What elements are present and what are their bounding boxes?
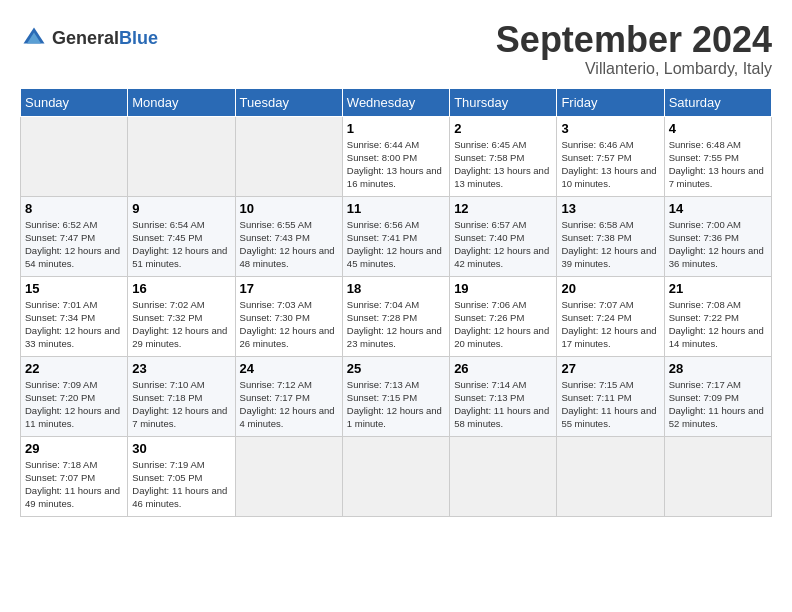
day-number: 27 xyxy=(561,361,659,376)
calendar-day-12: 12Sunrise: 6:57 AMSunset: 7:40 PMDayligh… xyxy=(450,196,557,276)
weekday-header-thursday: Thursday xyxy=(450,88,557,116)
calendar-day-19: 19Sunrise: 7:06 AMSunset: 7:26 PMDayligh… xyxy=(450,276,557,356)
day-number: 26 xyxy=(454,361,552,376)
title-section: September 2024 Villanterio, Lombardy, It… xyxy=(496,20,772,78)
day-number: 10 xyxy=(240,201,338,216)
day-info: Sunrise: 7:04 AMSunset: 7:28 PMDaylight:… xyxy=(347,298,445,351)
calendar-day-14: 14Sunrise: 7:00 AMSunset: 7:36 PMDayligh… xyxy=(664,196,771,276)
day-number: 16 xyxy=(132,281,230,296)
day-number: 17 xyxy=(240,281,338,296)
calendar-day-16: 16Sunrise: 7:02 AMSunset: 7:32 PMDayligh… xyxy=(128,276,235,356)
empty-cell xyxy=(557,436,664,516)
day-info: Sunrise: 7:01 AMSunset: 7:34 PMDaylight:… xyxy=(25,298,123,351)
calendar-day-24: 24Sunrise: 7:12 AMSunset: 7:17 PMDayligh… xyxy=(235,356,342,436)
calendar-week-4: 22Sunrise: 7:09 AMSunset: 7:20 PMDayligh… xyxy=(21,356,772,436)
calendar-day-11: 11Sunrise: 6:56 AMSunset: 7:41 PMDayligh… xyxy=(342,196,449,276)
calendar-day-3: 3Sunrise: 6:46 AMSunset: 7:57 PMDaylight… xyxy=(557,116,664,196)
calendar-day-29: 29Sunrise: 7:18 AMSunset: 7:07 PMDayligh… xyxy=(21,436,128,516)
calendar-day-26: 26Sunrise: 7:14 AMSunset: 7:13 PMDayligh… xyxy=(450,356,557,436)
calendar-day-15: 15Sunrise: 7:01 AMSunset: 7:34 PMDayligh… xyxy=(21,276,128,356)
day-number: 30 xyxy=(132,441,230,456)
day-number: 23 xyxy=(132,361,230,376)
day-info: Sunrise: 7:07 AMSunset: 7:24 PMDaylight:… xyxy=(561,298,659,351)
day-info: Sunrise: 7:06 AMSunset: 7:26 PMDaylight:… xyxy=(454,298,552,351)
weekday-header-saturday: Saturday xyxy=(664,88,771,116)
calendar-week-2: 8Sunrise: 6:52 AMSunset: 7:47 PMDaylight… xyxy=(21,196,772,276)
day-number: 28 xyxy=(669,361,767,376)
day-number: 12 xyxy=(454,201,552,216)
day-info: Sunrise: 7:13 AMSunset: 7:15 PMDaylight:… xyxy=(347,378,445,431)
day-info: Sunrise: 7:14 AMSunset: 7:13 PMDaylight:… xyxy=(454,378,552,431)
empty-cell xyxy=(235,116,342,196)
calendar-table: SundayMondayTuesdayWednesdayThursdayFrid… xyxy=(20,88,772,517)
day-number: 21 xyxy=(669,281,767,296)
day-number: 14 xyxy=(669,201,767,216)
day-number: 2 xyxy=(454,121,552,136)
calendar-day-23: 23Sunrise: 7:10 AMSunset: 7:18 PMDayligh… xyxy=(128,356,235,436)
day-info: Sunrise: 6:52 AMSunset: 7:47 PMDaylight:… xyxy=(25,218,123,271)
calendar-day-8: 8Sunrise: 6:52 AMSunset: 7:47 PMDaylight… xyxy=(21,196,128,276)
calendar-day-2: 2Sunrise: 6:45 AMSunset: 7:58 PMDaylight… xyxy=(450,116,557,196)
calendar-day-22: 22Sunrise: 7:09 AMSunset: 7:20 PMDayligh… xyxy=(21,356,128,436)
day-info: Sunrise: 7:03 AMSunset: 7:30 PMDaylight:… xyxy=(240,298,338,351)
empty-cell xyxy=(21,116,128,196)
weekday-header-row: SundayMondayTuesdayWednesdayThursdayFrid… xyxy=(21,88,772,116)
empty-cell xyxy=(342,436,449,516)
day-info: Sunrise: 7:09 AMSunset: 7:20 PMDaylight:… xyxy=(25,378,123,431)
day-info: Sunrise: 6:45 AMSunset: 7:58 PMDaylight:… xyxy=(454,138,552,191)
logo-name-line1: GeneralBlue xyxy=(52,28,158,49)
day-info: Sunrise: 6:55 AMSunset: 7:43 PMDaylight:… xyxy=(240,218,338,271)
page-header: GeneralBlue September 2024 Villanterio, … xyxy=(20,20,772,78)
calendar-week-5: 29Sunrise: 7:18 AMSunset: 7:07 PMDayligh… xyxy=(21,436,772,516)
empty-cell xyxy=(128,116,235,196)
calendar-day-28: 28Sunrise: 7:17 AMSunset: 7:09 PMDayligh… xyxy=(664,356,771,436)
day-number: 9 xyxy=(132,201,230,216)
day-info: Sunrise: 7:15 AMSunset: 7:11 PMDaylight:… xyxy=(561,378,659,431)
day-info: Sunrise: 7:18 AMSunset: 7:07 PMDaylight:… xyxy=(25,458,123,511)
calendar-week-3: 15Sunrise: 7:01 AMSunset: 7:34 PMDayligh… xyxy=(21,276,772,356)
day-info: Sunrise: 6:57 AMSunset: 7:40 PMDaylight:… xyxy=(454,218,552,271)
calendar-day-27: 27Sunrise: 7:15 AMSunset: 7:11 PMDayligh… xyxy=(557,356,664,436)
calendar-day-18: 18Sunrise: 7:04 AMSunset: 7:28 PMDayligh… xyxy=(342,276,449,356)
calendar-day-10: 10Sunrise: 6:55 AMSunset: 7:43 PMDayligh… xyxy=(235,196,342,276)
day-number: 3 xyxy=(561,121,659,136)
empty-cell xyxy=(450,436,557,516)
calendar-week-1: 1Sunrise: 6:44 AMSunset: 8:00 PMDaylight… xyxy=(21,116,772,196)
day-info: Sunrise: 7:08 AMSunset: 7:22 PMDaylight:… xyxy=(669,298,767,351)
day-info: Sunrise: 6:48 AMSunset: 7:55 PMDaylight:… xyxy=(669,138,767,191)
calendar-day-30: 30Sunrise: 7:19 AMSunset: 7:05 PMDayligh… xyxy=(128,436,235,516)
weekday-header-sunday: Sunday xyxy=(21,88,128,116)
calendar-day-1: 1Sunrise: 6:44 AMSunset: 8:00 PMDaylight… xyxy=(342,116,449,196)
day-info: Sunrise: 7:02 AMSunset: 7:32 PMDaylight:… xyxy=(132,298,230,351)
weekday-header-friday: Friday xyxy=(557,88,664,116)
calendar-day-4: 4Sunrise: 6:48 AMSunset: 7:55 PMDaylight… xyxy=(664,116,771,196)
day-info: Sunrise: 7:12 AMSunset: 7:17 PMDaylight:… xyxy=(240,378,338,431)
day-number: 22 xyxy=(25,361,123,376)
day-number: 24 xyxy=(240,361,338,376)
weekday-header-monday: Monday xyxy=(128,88,235,116)
weekday-header-wednesday: Wednesday xyxy=(342,88,449,116)
day-info: Sunrise: 6:58 AMSunset: 7:38 PMDaylight:… xyxy=(561,218,659,271)
day-info: Sunrise: 7:19 AMSunset: 7:05 PMDaylight:… xyxy=(132,458,230,511)
day-number: 25 xyxy=(347,361,445,376)
calendar-day-9: 9Sunrise: 6:54 AMSunset: 7:45 PMDaylight… xyxy=(128,196,235,276)
day-number: 11 xyxy=(347,201,445,216)
day-number: 18 xyxy=(347,281,445,296)
day-info: Sunrise: 6:46 AMSunset: 7:57 PMDaylight:… xyxy=(561,138,659,191)
day-number: 1 xyxy=(347,121,445,136)
calendar-day-13: 13Sunrise: 6:58 AMSunset: 7:38 PMDayligh… xyxy=(557,196,664,276)
day-number: 4 xyxy=(669,121,767,136)
location: Villanterio, Lombardy, Italy xyxy=(496,60,772,78)
month-title: September 2024 xyxy=(496,20,772,60)
day-info: Sunrise: 7:10 AMSunset: 7:18 PMDaylight:… xyxy=(132,378,230,431)
logo-icon xyxy=(20,24,48,52)
calendar-day-25: 25Sunrise: 7:13 AMSunset: 7:15 PMDayligh… xyxy=(342,356,449,436)
calendar-day-20: 20Sunrise: 7:07 AMSunset: 7:24 PMDayligh… xyxy=(557,276,664,356)
day-number: 20 xyxy=(561,281,659,296)
day-number: 8 xyxy=(25,201,123,216)
day-info: Sunrise: 6:44 AMSunset: 8:00 PMDaylight:… xyxy=(347,138,445,191)
day-number: 29 xyxy=(25,441,123,456)
day-number: 15 xyxy=(25,281,123,296)
weekday-header-tuesday: Tuesday xyxy=(235,88,342,116)
empty-cell xyxy=(664,436,771,516)
